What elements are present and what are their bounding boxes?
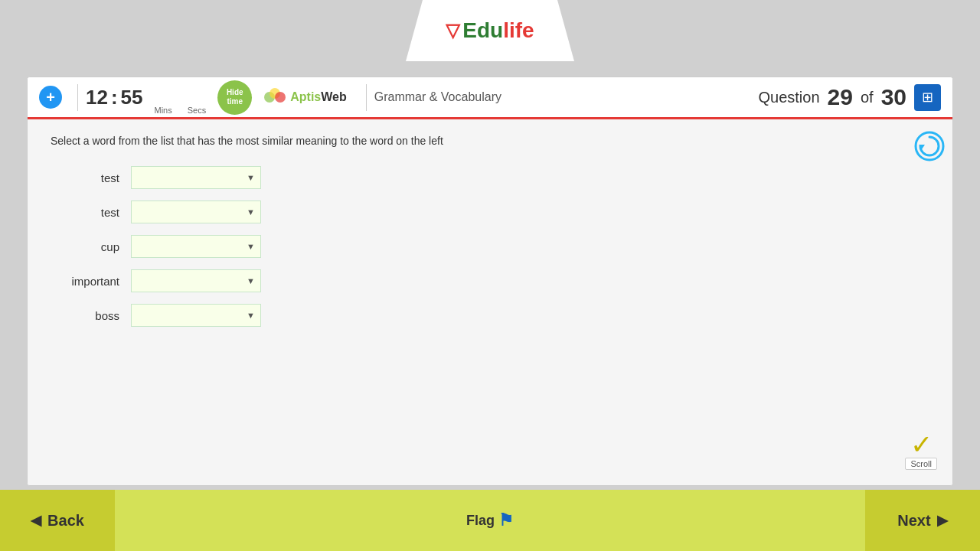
scroll-button[interactable]: ✓ Scroll xyxy=(905,431,937,470)
flag-label: Flag xyxy=(466,513,495,529)
question-label: Question xyxy=(759,89,820,106)
logo-text: Edulife xyxy=(462,18,534,43)
question-total: 30 xyxy=(881,84,906,110)
question-number: 29 xyxy=(828,84,853,110)
aptis-label: Aptis xyxy=(290,90,321,103)
flag-button[interactable]: Flag ⚑ xyxy=(466,510,514,530)
question-row: test xyxy=(51,166,929,189)
logo-life: life xyxy=(503,18,534,42)
timer-mins: 12 xyxy=(86,86,108,109)
scroll-label: Scroll xyxy=(905,458,937,470)
word-label: boss xyxy=(51,309,119,322)
answer-select-3[interactable] xyxy=(131,235,261,258)
back-button[interactable]: ◀ Back xyxy=(0,490,115,551)
select-wrapper xyxy=(131,269,261,292)
question-row: test xyxy=(51,201,929,223)
back-label: Back xyxy=(47,512,84,530)
timer: 12 : 55 xyxy=(86,86,143,109)
mins-label: Mins xyxy=(155,106,172,115)
section-title: Grammar & Vocabulary xyxy=(374,90,759,104)
logo-container: ▽ Edulife xyxy=(406,0,574,61)
spiral-icon[interactable] xyxy=(914,131,941,158)
plus-button[interactable]: + xyxy=(39,86,62,109)
word-label: important xyxy=(51,275,119,288)
flag-icon: ⚑ xyxy=(498,510,514,530)
question-row: cup xyxy=(51,235,929,258)
main-panel: + 12 : 55 Mins Secs Hide time AptisWeb xyxy=(27,77,953,486)
content-area: Select a word from the list that has the… xyxy=(28,119,952,485)
aptis-logo: AptisWeb xyxy=(263,86,346,109)
hide-time-button[interactable]: Hide time xyxy=(217,80,252,115)
select-wrapper xyxy=(131,235,261,258)
web-label: Web xyxy=(321,90,346,103)
grid-button[interactable]: ⊞ xyxy=(914,84,941,111)
word-label: test xyxy=(51,171,119,184)
word-label: cup xyxy=(51,240,119,253)
aptis-text: AptisWeb xyxy=(290,90,346,104)
select-wrapper xyxy=(131,304,261,327)
select-wrapper xyxy=(131,166,261,189)
answer-select-5[interactable] xyxy=(131,304,261,327)
timer-colon: : xyxy=(111,86,118,109)
scroll-arrow-icon: ✓ xyxy=(910,431,933,458)
next-arrow-icon: ▶ xyxy=(937,512,948,529)
svg-point-2 xyxy=(275,92,286,103)
logo: ▽ Edulife xyxy=(446,18,534,43)
grid-icon: ⊞ xyxy=(922,89,933,106)
instruction-text: Select a word from the list that has the… xyxy=(51,135,929,147)
answer-select-2[interactable] xyxy=(131,201,261,223)
question-info: Question 29 of 30 xyxy=(759,84,907,110)
header-bar: + 12 : 55 Mins Secs Hide time AptisWeb xyxy=(28,77,952,119)
select-wrapper xyxy=(131,201,261,223)
answer-select-4[interactable] xyxy=(131,269,261,292)
secs-label: Secs xyxy=(188,106,206,115)
question-of: of xyxy=(861,89,874,106)
next-label: Next xyxy=(897,512,930,530)
answer-select-1[interactable] xyxy=(131,166,261,189)
divider2 xyxy=(366,84,367,111)
hide-time-label: Hide time xyxy=(227,88,243,106)
question-row: boss xyxy=(51,304,929,327)
timer-secs: 55 xyxy=(121,86,143,109)
back-arrow-icon: ◀ xyxy=(31,512,41,529)
word-label: test xyxy=(51,206,119,219)
logo-area: ▽ Edulife xyxy=(0,0,980,69)
logo-edu: Edu xyxy=(462,18,503,42)
aptis-icon xyxy=(263,86,286,109)
logo-triangle-icon: ▽ xyxy=(446,20,459,41)
bottom-nav: ◀ Back Flag ⚑ Next ▶ xyxy=(0,490,980,551)
next-button[interactable]: Next ▶ xyxy=(865,490,980,551)
question-row: important xyxy=(51,269,929,292)
divider xyxy=(77,84,78,111)
